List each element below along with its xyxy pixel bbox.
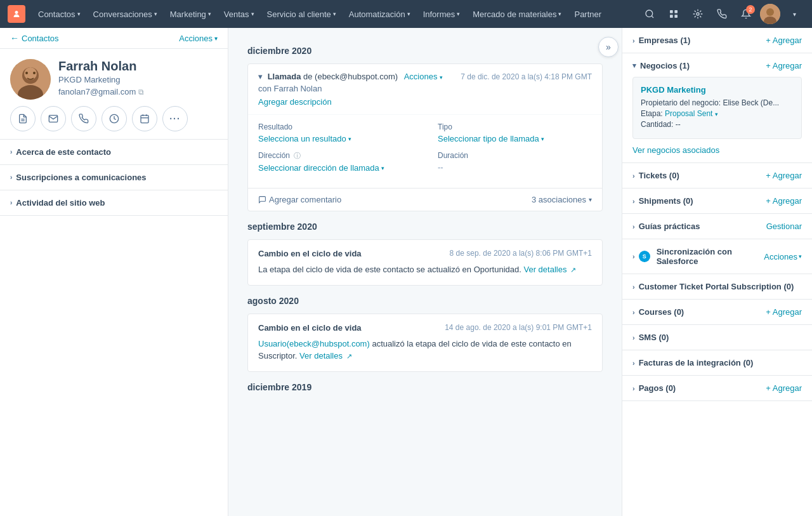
settings-button[interactable] <box>688 4 708 24</box>
empresas-add-button[interactable]: + Agregar <box>766 36 802 45</box>
back-to-contacts[interactable]: ← Contactos <box>10 33 59 43</box>
nav-ventas[interactable]: Ventas ▾ <box>218 0 261 28</box>
courses-add-button[interactable]: + Agregar <box>766 307 802 317</box>
customer-ticket-title[interactable]: › Customer Ticket Portal Subscription (0… <box>632 282 794 291</box>
contact-action-buttons: ··· <box>10 106 218 131</box>
view-deals-link[interactable]: Ver negocios asociados <box>632 145 802 155</box>
call-actions-label[interactable]: Acciones ▾ <box>404 72 443 81</box>
search-button[interactable] <box>639 4 660 24</box>
hubspot-logo[interactable] <box>8 5 25 23</box>
customer-ticket-section: › Customer Ticket Portal Subscription (0… <box>622 274 812 300</box>
negocios-add-button[interactable]: + Agregar <box>766 61 802 70</box>
guias-title[interactable]: › Guías prácticas <box>632 222 700 231</box>
pagos-header: › Pagos (0) + Agregar <box>632 383 802 393</box>
courses-title[interactable]: › Courses (0) <box>632 307 684 317</box>
type-value[interactable]: Seleccionar tipo de llamada ▾ <box>438 134 592 143</box>
user-link[interactable]: Usuario(ebeck@hubspot.com) <box>258 339 370 348</box>
facturas-title[interactable]: › Facturas de la integración (0) <box>632 358 753 367</box>
duration-label: Duración <box>438 151 592 160</box>
collapse-sidebar-button[interactable]: » <box>598 37 619 57</box>
result-field: Resultado Selecciona un resultado ▾ <box>258 122 412 143</box>
collapse-icon: » <box>606 42 611 52</box>
customer-ticket-header: › Customer Ticket Portal Subscription (0… <box>632 282 802 291</box>
sms-section: › SMS (0) <box>622 325 812 350</box>
tickets-title[interactable]: › Tickets (0) <box>632 171 679 180</box>
nav-conversaciones[interactable]: Conversaciones ▾ <box>87 0 164 28</box>
direction-value[interactable]: Seleccionar dirección de llamada ▾ <box>258 163 412 173</box>
ver-detalles-ago-link[interactable]: Ver detalles ↗ <box>299 351 352 361</box>
add-description-link[interactable]: Agregar descripción <box>258 97 332 107</box>
direction-label: Dirección ⓘ <box>258 151 412 161</box>
nav-partner[interactable]: Partner <box>568 0 608 28</box>
nav-mercado[interactable]: Mercado de materiales ▾ <box>466 0 568 28</box>
tickets-add-button[interactable]: + Agregar <box>766 171 802 180</box>
user-menu-chevron[interactable]: ▾ <box>784 4 804 24</box>
shipments-title[interactable]: › Shipments (0) <box>632 196 693 206</box>
schedule-button[interactable] <box>132 106 157 131</box>
tickets-header: › Tickets (0) + Agregar <box>632 171 802 180</box>
nav-contactos[interactable]: Contactos ▾ <box>32 0 87 28</box>
call-card-footer: Agregar comentario 3 asociaciones ▾ <box>248 188 602 211</box>
create-note-button[interactable] <box>10 106 36 131</box>
salesforce-section: › S Sincronización conSalesforce Accione… <box>622 239 812 274</box>
more-actions-button[interactable]: ··· <box>162 106 188 131</box>
breadcrumb-bar: ← Contactos Acciones ▾ <box>0 28 228 49</box>
salesforce-actions-chevron-icon: ▾ <box>799 253 802 260</box>
subscriptions-header[interactable]: › Suscripciones a comunicaciones <box>10 173 218 182</box>
nav-automatizacion[interactable]: Automatización ▾ <box>343 0 417 28</box>
negocios-section: ▾ Negocios (1) + Agregar PKGD Marketing … <box>622 53 812 163</box>
shipments-section: › Shipments (0) + Agregar <box>622 189 812 214</box>
nav-servicio[interactable]: Servicio al cliente ▾ <box>261 0 343 28</box>
guias-section: › Guías prácticas Gestionar <box>622 214 812 239</box>
courses-header: › Courses (0) + Agregar <box>632 307 802 317</box>
ver-detalles-sep-link[interactable]: Ver detalles ↗ <box>523 265 576 274</box>
send-email-button[interactable] <box>41 106 66 131</box>
salesforce-actions-button[interactable]: Acciones ▾ <box>764 252 802 261</box>
apps-button[interactable] <box>664 4 684 24</box>
salesforce-title[interactable]: › S Sincronización conSalesforce <box>632 247 732 266</box>
nav-informes[interactable]: Informes ▾ <box>417 0 467 28</box>
contact-email: fanolan7@gmail.com ⧉ <box>58 87 218 96</box>
shipments-chevron-icon: › <box>632 197 635 205</box>
svg-rect-3 <box>674 10 678 13</box>
actions-button[interactable]: Acciones ▾ <box>179 34 218 43</box>
result-value[interactable]: Selecciona un resultado ▾ <box>258 134 412 143</box>
about-contact-header[interactable]: › Acerca de este contacto <box>10 147 218 157</box>
empresas-title[interactable]: › Empresas (1) <box>632 36 690 45</box>
type-field: Tipo Seleccionar tipo de llamada ▾ <box>438 122 592 143</box>
contact-name: Farrah Nolan <box>58 59 218 74</box>
nav-right-actions: 2 ▾ <box>639 4 804 24</box>
external-link-icon-sep: ↗ <box>570 266 576 274</box>
month-label-ago2020: agosto 2020 <box>247 296 603 306</box>
phone-button[interactable] <box>712 4 732 24</box>
negocios-chevron-icon: ▾ <box>632 62 636 70</box>
timeline-wrapper: diciembre 2020 ▾ Llamada de (ebeck@hubsp… <box>235 28 615 413</box>
shipments-add-button[interactable]: + Agregar <box>766 196 802 206</box>
log-activity-button[interactable] <box>102 106 127 131</box>
actions-chevron: ▾ <box>440 74 443 81</box>
negocios-title[interactable]: ▾ Negocios (1) <box>632 61 690 70</box>
pagos-title[interactable]: › Pagos (0) <box>632 383 676 393</box>
guias-manage-button[interactable]: Gestionar <box>766 222 802 231</box>
month-label-sep2020: septiembre 2020 <box>247 222 603 232</box>
about-contact-section: › Acerca de este contacto <box>0 140 228 165</box>
deal-name[interactable]: PKGD Marketing <box>641 85 794 95</box>
shipments-header: › Shipments (0) + Agregar <box>632 196 802 206</box>
contact-header: Farrah Nolan PKGD Marketing fanolan7@gma… <box>10 59 218 100</box>
deal-stage-value[interactable]: Proposal Sent <box>665 109 712 118</box>
add-comment-button[interactable]: Agregar comentario <box>258 195 341 204</box>
type-chevron-icon: ▾ <box>541 136 544 142</box>
sms-title[interactable]: › SMS (0) <box>632 333 669 342</box>
pagos-add-button[interactable]: + Agregar <box>766 383 802 393</box>
user-avatar[interactable] <box>760 4 780 24</box>
lifecycle-timestamp-ago: 14 de ago. de 2020 a la(s) 9:01 PM GMT+1 <box>445 323 592 332</box>
web-activity-header[interactable]: › Actividad del sitio web <box>10 198 218 208</box>
call-button[interactable] <box>71 106 96 131</box>
negocios-header: ▾ Negocios (1) + Agregar <box>632 61 802 70</box>
deal-amount-field: Cantidad: -- <box>641 120 794 129</box>
associations-button[interactable]: 3 asociaciones ▾ <box>532 195 592 204</box>
call-fields-row1: Resultado Selecciona un resultado ▾ Tipo… <box>258 122 592 143</box>
nav-marketing[interactable]: Marketing ▾ <box>164 0 218 28</box>
copy-email-icon[interactable]: ⧉ <box>138 88 144 96</box>
notifications-button[interactable]: 2 <box>736 4 756 24</box>
